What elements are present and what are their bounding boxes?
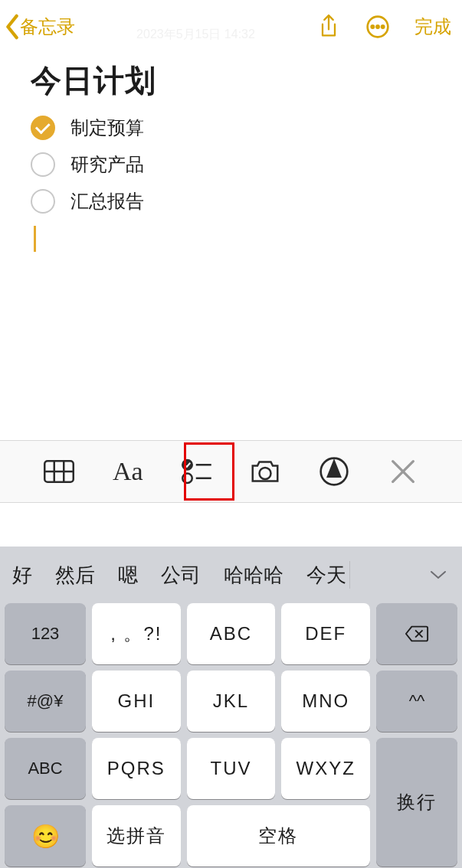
svg-point-4 <box>382 25 384 28</box>
checklist-item[interactable]: 研究产品 <box>31 152 431 177</box>
checklist-icon <box>182 456 212 487</box>
markup-button[interactable] <box>309 446 359 497</box>
close-icon <box>388 456 418 487</box>
key-ghi[interactable]: GHI <box>92 671 181 732</box>
candidate[interactable]: 今天 <box>306 562 346 589</box>
nav-bar: 备忘录 2023年5月15日 14:32 完成 <box>0 0 462 54</box>
key-emoji[interactable]: 😊 <box>5 805 86 866</box>
text-style-button[interactable]: Aa <box>103 446 153 497</box>
key-backspace[interactable] <box>376 603 457 664</box>
chevron-left-icon <box>5 14 20 40</box>
key-abc[interactable]: ABC <box>187 603 276 664</box>
table-button[interactable] <box>34 446 84 497</box>
note-title[interactable]: 今日计划 <box>31 60 431 102</box>
format-toolbar: Aa <box>0 440 462 503</box>
key-pinyin[interactable]: 选拼音 <box>92 805 181 866</box>
key-123[interactable]: 123 <box>5 603 86 664</box>
candidate[interactable]: 公司 <box>161 562 201 589</box>
candidate[interactable]: 哈哈哈 <box>224 562 283 589</box>
markup-icon <box>319 456 349 487</box>
key-space[interactable]: 空格 <box>187 805 370 866</box>
svg-point-11 <box>182 474 192 484</box>
checklist-button[interactable] <box>172 446 222 497</box>
key-abc-mode[interactable]: ABC <box>5 738 86 799</box>
checklist-label[interactable]: 汇总报告 <box>70 189 144 214</box>
note-body[interactable]: 今日计划 制定预算 研究产品 汇总报告 <box>0 54 462 252</box>
key-mno[interactable]: MNO <box>281 671 370 732</box>
chevron-down-icon <box>430 569 447 580</box>
key-pqrs[interactable]: PQRS <box>92 738 181 799</box>
candidate[interactable]: 好 <box>12 562 32 589</box>
svg-point-13 <box>260 468 271 479</box>
checklist-label[interactable]: 制定预算 <box>70 116 144 140</box>
camera-icon <box>250 456 280 487</box>
keyboard: 好 然后 嗯 公司 哈哈哈 今天 123 , 。?! ABC DEF #@¥ G… <box>0 547 462 868</box>
candidate[interactable]: 然后 <box>55 562 95 589</box>
checklist-item[interactable]: 制定预算 <box>31 116 431 140</box>
done-button[interactable]: 完成 <box>414 15 451 39</box>
svg-point-3 <box>376 25 378 28</box>
key-jkl[interactable]: JKL <box>187 671 276 732</box>
checkbox-empty-icon[interactable] <box>31 189 55 214</box>
svg-point-9 <box>182 460 192 470</box>
svg-point-2 <box>372 25 374 28</box>
more-icon[interactable] <box>365 15 390 39</box>
divider <box>349 561 350 589</box>
key-punct[interactable]: , 。?! <box>92 603 181 664</box>
table-icon <box>44 456 74 487</box>
key-def[interactable]: DEF <box>281 603 370 664</box>
key-grid: 123 , 。?! ABC DEF #@¥ GHI JKL MNO ^^ ABC… <box>0 603 462 868</box>
checkbox-checked-icon[interactable] <box>31 116 55 140</box>
back-button[interactable]: 备忘录 <box>5 14 75 40</box>
checklist-label[interactable]: 研究产品 <box>70 152 144 177</box>
note-timestamp: 2023年5月15日 14:32 <box>136 27 255 43</box>
checkbox-empty-icon[interactable] <box>31 152 55 177</box>
back-label: 备忘录 <box>20 15 75 39</box>
backspace-icon <box>405 625 429 643</box>
key-enter[interactable]: 换行 <box>376 738 457 866</box>
candidate-expand-button[interactable] <box>427 563 450 586</box>
candidate-bar: 好 然后 嗯 公司 哈哈哈 今天 <box>0 547 462 603</box>
checklist-item[interactable]: 汇总报告 <box>31 189 431 214</box>
text-cursor <box>34 226 36 252</box>
close-keyboard-button[interactable] <box>378 446 428 497</box>
camera-button[interactable] <box>240 446 290 497</box>
key-tuv[interactable]: TUV <box>187 738 276 799</box>
key-wxyz[interactable]: WXYZ <box>281 738 370 799</box>
share-icon[interactable] <box>316 15 341 39</box>
key-caret[interactable]: ^^ <box>376 671 457 732</box>
candidate[interactable]: 嗯 <box>118 562 138 589</box>
key-symbols[interactable]: #@¥ <box>5 671 86 732</box>
